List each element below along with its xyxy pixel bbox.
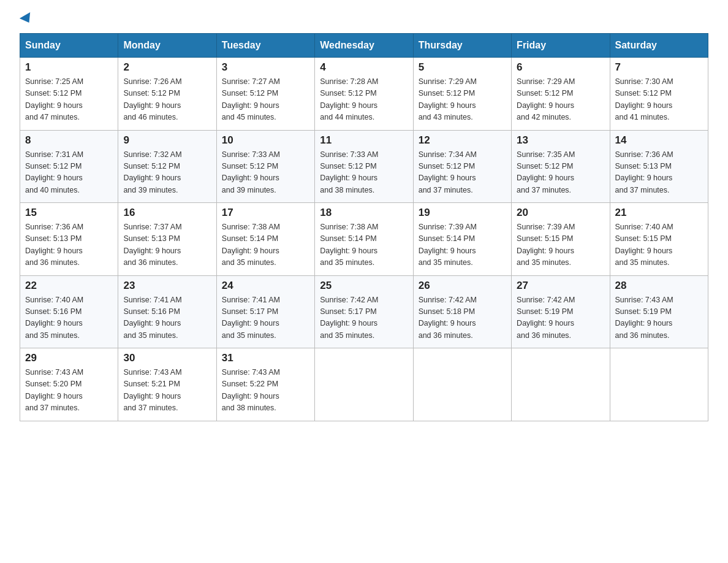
day-info: Sunrise: 7:40 AMSunset: 5:16 PMDaylight:… (25, 294, 113, 342)
day-number: 16 (123, 207, 211, 219)
page-header (20, 15, 708, 23)
day-number: 1 (25, 61, 113, 74)
calendar-cell: 8Sunrise: 7:31 AMSunset: 5:12 PMDaylight… (20, 130, 118, 203)
day-number: 17 (222, 207, 309, 219)
calendar-cell: 24Sunrise: 7:41 AMSunset: 5:17 PMDayligh… (216, 275, 314, 348)
day-number: 22 (25, 280, 113, 292)
weekday-header-tuesday: Tuesday (216, 34, 314, 58)
day-info: Sunrise: 7:35 AMSunset: 5:12 PMDaylight:… (517, 149, 604, 197)
week-row-3: 15Sunrise: 7:36 AMSunset: 5:13 PMDayligh… (20, 203, 708, 276)
calendar-cell: 5Sunrise: 7:29 AMSunset: 5:12 PMDaylight… (413, 58, 511, 131)
calendar-cell: 7Sunrise: 7:30 AMSunset: 5:12 PMDaylight… (610, 58, 708, 131)
day-number: 28 (615, 280, 703, 292)
day-number: 6 (517, 61, 604, 74)
calendar-cell: 23Sunrise: 7:41 AMSunset: 5:16 PMDayligh… (118, 275, 216, 348)
calendar-cell: 9Sunrise: 7:32 AMSunset: 5:12 PMDaylight… (118, 130, 216, 203)
calendar-cell (315, 348, 413, 421)
calendar-cell: 14Sunrise: 7:36 AMSunset: 5:13 PMDayligh… (610, 130, 708, 203)
week-row-2: 8Sunrise: 7:31 AMSunset: 5:12 PMDaylight… (20, 130, 708, 203)
day-number: 19 (419, 207, 506, 219)
calendar-cell: 18Sunrise: 7:38 AMSunset: 5:14 PMDayligh… (315, 203, 413, 276)
day-info: Sunrise: 7:29 AMSunset: 5:12 PMDaylight:… (517, 76, 604, 124)
day-number: 21 (615, 207, 703, 219)
weekday-header-friday: Friday (512, 34, 610, 58)
day-number: 27 (517, 280, 604, 292)
day-info: Sunrise: 7:41 AMSunset: 5:17 PMDaylight:… (222, 294, 309, 342)
day-info: Sunrise: 7:29 AMSunset: 5:12 PMDaylight:… (419, 76, 506, 124)
logo (20, 15, 33, 23)
day-info: Sunrise: 7:34 AMSunset: 5:12 PMDaylight:… (419, 149, 506, 197)
calendar-cell (610, 348, 708, 421)
day-info: Sunrise: 7:38 AMSunset: 5:14 PMDaylight:… (320, 221, 408, 269)
calendar-cell: 30Sunrise: 7:43 AMSunset: 5:21 PMDayligh… (118, 348, 216, 421)
day-number: 31 (222, 352, 309, 364)
day-number: 14 (615, 134, 703, 147)
calendar-cell (512, 348, 610, 421)
day-info: Sunrise: 7:43 AMSunset: 5:19 PMDaylight:… (615, 294, 703, 342)
day-number: 10 (222, 134, 309, 147)
day-info: Sunrise: 7:38 AMSunset: 5:14 PMDaylight:… (222, 221, 309, 269)
calendar-cell: 28Sunrise: 7:43 AMSunset: 5:19 PMDayligh… (610, 275, 708, 348)
day-info: Sunrise: 7:41 AMSunset: 5:16 PMDaylight:… (123, 294, 211, 342)
logo-triangle-icon (20, 12, 34, 26)
day-info: Sunrise: 7:26 AMSunset: 5:12 PMDaylight:… (123, 76, 211, 124)
weekday-header-monday: Monday (118, 34, 216, 58)
day-number: 11 (320, 134, 408, 147)
day-number: 26 (419, 280, 506, 292)
day-number: 18 (320, 207, 408, 219)
weekday-header-saturday: Saturday (610, 34, 708, 58)
calendar-cell: 6Sunrise: 7:29 AMSunset: 5:12 PMDaylight… (512, 58, 610, 131)
day-info: Sunrise: 7:42 AMSunset: 5:17 PMDaylight:… (320, 294, 408, 342)
day-info: Sunrise: 7:39 AMSunset: 5:14 PMDaylight:… (419, 221, 506, 269)
calendar-cell: 25Sunrise: 7:42 AMSunset: 5:17 PMDayligh… (315, 275, 413, 348)
day-info: Sunrise: 7:36 AMSunset: 5:13 PMDaylight:… (615, 149, 703, 197)
calendar-cell: 10Sunrise: 7:33 AMSunset: 5:12 PMDayligh… (216, 130, 314, 203)
day-info: Sunrise: 7:37 AMSunset: 5:13 PMDaylight:… (123, 221, 211, 269)
calendar-cell: 21Sunrise: 7:40 AMSunset: 5:15 PMDayligh… (610, 203, 708, 276)
day-number: 9 (123, 134, 211, 147)
day-number: 30 (123, 352, 211, 364)
calendar-cell: 19Sunrise: 7:39 AMSunset: 5:14 PMDayligh… (413, 203, 511, 276)
day-number: 5 (419, 61, 506, 74)
day-number: 24 (222, 280, 309, 292)
day-number: 25 (320, 280, 408, 292)
weekday-header-wednesday: Wednesday (315, 34, 413, 58)
day-number: 7 (615, 61, 703, 74)
calendar-cell: 3Sunrise: 7:27 AMSunset: 5:12 PMDaylight… (216, 58, 314, 131)
day-info: Sunrise: 7:27 AMSunset: 5:12 PMDaylight:… (222, 76, 309, 124)
calendar-cell: 22Sunrise: 7:40 AMSunset: 5:16 PMDayligh… (20, 275, 118, 348)
calendar-cell: 27Sunrise: 7:42 AMSunset: 5:19 PMDayligh… (512, 275, 610, 348)
calendar-cell: 17Sunrise: 7:38 AMSunset: 5:14 PMDayligh… (216, 203, 314, 276)
calendar-cell: 29Sunrise: 7:43 AMSunset: 5:20 PMDayligh… (20, 348, 118, 421)
day-info: Sunrise: 7:40 AMSunset: 5:15 PMDaylight:… (615, 221, 703, 269)
day-info: Sunrise: 7:42 AMSunset: 5:19 PMDaylight:… (517, 294, 604, 342)
day-number: 29 (25, 352, 113, 364)
day-number: 4 (320, 61, 408, 74)
calendar-cell: 31Sunrise: 7:43 AMSunset: 5:22 PMDayligh… (216, 348, 314, 421)
weekday-header-row: SundayMondayTuesdayWednesdayThursdayFrid… (20, 34, 708, 58)
day-info: Sunrise: 7:33 AMSunset: 5:12 PMDaylight:… (222, 149, 309, 197)
day-info: Sunrise: 7:32 AMSunset: 5:12 PMDaylight:… (123, 149, 211, 197)
weekday-header-thursday: Thursday (413, 34, 511, 58)
day-info: Sunrise: 7:30 AMSunset: 5:12 PMDaylight:… (615, 76, 703, 124)
day-number: 12 (419, 134, 506, 147)
day-number: 13 (517, 134, 604, 147)
day-info: Sunrise: 7:43 AMSunset: 5:21 PMDaylight:… (123, 367, 211, 415)
weekday-header-sunday: Sunday (20, 34, 118, 58)
calendar-cell: 4Sunrise: 7:28 AMSunset: 5:12 PMDaylight… (315, 58, 413, 131)
week-row-5: 29Sunrise: 7:43 AMSunset: 5:20 PMDayligh… (20, 348, 708, 421)
day-info: Sunrise: 7:42 AMSunset: 5:18 PMDaylight:… (419, 294, 506, 342)
day-info: Sunrise: 7:43 AMSunset: 5:22 PMDaylight:… (222, 367, 309, 415)
day-info: Sunrise: 7:36 AMSunset: 5:13 PMDaylight:… (25, 221, 113, 269)
calendar-cell: 13Sunrise: 7:35 AMSunset: 5:12 PMDayligh… (512, 130, 610, 203)
week-row-1: 1Sunrise: 7:25 AMSunset: 5:12 PMDaylight… (20, 58, 708, 131)
day-number: 3 (222, 61, 309, 74)
calendar-table: SundayMondayTuesdayWednesdayThursdayFrid… (20, 33, 708, 421)
calendar-cell: 11Sunrise: 7:33 AMSunset: 5:12 PMDayligh… (315, 130, 413, 203)
calendar-cell: 20Sunrise: 7:39 AMSunset: 5:15 PMDayligh… (512, 203, 610, 276)
day-number: 23 (123, 280, 211, 292)
calendar-cell: 2Sunrise: 7:26 AMSunset: 5:12 PMDaylight… (118, 58, 216, 131)
day-number: 15 (25, 207, 113, 219)
day-info: Sunrise: 7:28 AMSunset: 5:12 PMDaylight:… (320, 76, 408, 124)
day-number: 2 (123, 61, 211, 74)
